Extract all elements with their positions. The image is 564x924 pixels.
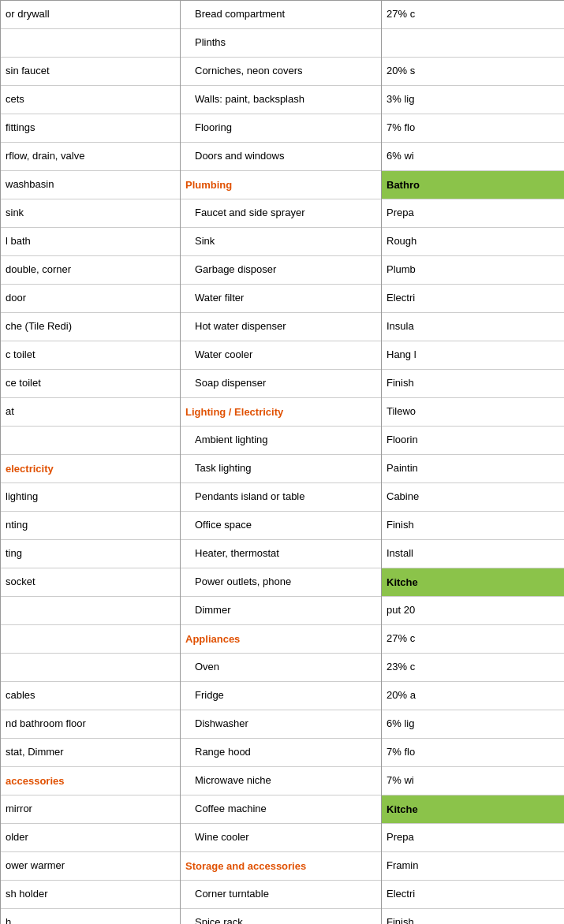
mid-cell-1: Plinths (181, 29, 381, 58)
mid-cell-23: Oven (181, 654, 381, 682)
mid-cell-14: Lighting / Electricity (181, 398, 381, 427)
right-cell-4: 7% flo (382, 114, 564, 143)
right-cell-22: 27% c (382, 625, 564, 654)
left-cell-4: fittings (1, 114, 180, 143)
mid-cell-0: Bread compartment (181, 1, 381, 29)
main-table: or drywallsin faucetcetsfittingsrflow, d… (0, 0, 564, 924)
mid-cell-31: Corner turntable (181, 881, 381, 909)
right-cell-2: 20% s (382, 58, 564, 86)
mid-cell-13: Soap dispenser (181, 370, 381, 398)
left-cell-12: c toilet (1, 341, 180, 370)
right-cell-31: Electri (382, 881, 564, 909)
left-cell-31: sh holder (1, 881, 180, 909)
left-cell-30: ower warmer (1, 852, 180, 881)
left-cell-8: l bath (1, 228, 180, 256)
left-cell-6: washbasin (1, 171, 180, 199)
right-cell-13: Finish (382, 370, 564, 398)
left-cell-1 (1, 29, 180, 58)
right-cell-5: 6% wi (382, 143, 564, 171)
left-cell-3: cets (1, 86, 180, 114)
right-cell-32: Finish (382, 909, 564, 924)
right-cell-21: put 20 (382, 597, 564, 625)
left-cell-27: accessories (1, 767, 180, 795)
right-cell-15: Floorin (382, 427, 564, 455)
mid-cell-29: Wine cooler (181, 824, 381, 852)
left-cell-20: socket (1, 568, 180, 597)
mid-cell-4: Flooring (181, 114, 381, 143)
mid-cell-5: Doors and windows (181, 143, 381, 171)
left-cell-2: sin faucet (1, 58, 180, 86)
mid-cell-2: Corniches, neon covers (181, 58, 381, 86)
right-cell-1 (382, 29, 564, 58)
right-cell-30: Framin (382, 852, 564, 881)
left-cell-14: at (1, 398, 180, 427)
mid-cell-3: Walls: paint, backsplash (181, 86, 381, 114)
right-cell-25: 6% lig (382, 710, 564, 739)
right-cell-7: Prepa (382, 199, 564, 228)
right-cell-10: Electri (382, 285, 564, 313)
right-cell-8: Rough (382, 228, 564, 256)
right-cell-16: Paintin (382, 455, 564, 483)
mid-cell-6: Plumbing (181, 171, 381, 199)
mid-cell-18: Office space (181, 512, 381, 540)
mid-cell-22: Appliances (181, 625, 381, 654)
mid-cell-21: Dimmer (181, 597, 381, 625)
right-cell-18: Finish (382, 512, 564, 540)
left-cell-17: lighting (1, 483, 180, 512)
left-cell-9: double, corner (1, 256, 180, 285)
left-cell-16: electricity (1, 455, 180, 483)
left-cell-28: mirror (1, 795, 180, 824)
mid-cell-25: Dishwasher (181, 710, 381, 739)
right-cell-6: Bathro (382, 171, 564, 199)
left-cell-23 (1, 654, 180, 682)
left-cell-10: door (1, 285, 180, 313)
left-cell-22 (1, 625, 180, 654)
right-column: 27% c20% s3% lig7% flo6% wiBathroPrepaRo… (382, 1, 564, 924)
left-cell-25: nd bathroom floor (1, 710, 180, 739)
mid-cell-7: Faucet and side sprayer (181, 199, 381, 228)
mid-cell-28: Coffee machine (181, 795, 381, 824)
left-cell-29: older (1, 824, 180, 852)
right-cell-27: 7% wi (382, 767, 564, 795)
left-cell-19: ting (1, 540, 180, 568)
mid-cell-12: Water cooler (181, 341, 381, 370)
right-cell-0: 27% c (382, 1, 564, 29)
left-cell-11: che (Tile Redi) (1, 313, 180, 341)
left-cell-18: nting (1, 512, 180, 540)
right-cell-14: Tilewo (382, 398, 564, 427)
right-cell-3: 3% lig (382, 86, 564, 114)
left-column: or drywallsin faucetcetsfittingsrflow, d… (1, 1, 181, 924)
right-cell-24: 20% a (382, 682, 564, 710)
right-cell-12: Hang l (382, 341, 564, 370)
left-cell-0: or drywall (1, 1, 180, 29)
right-cell-26: 7% flo (382, 739, 564, 767)
left-cell-32: h (1, 909, 180, 924)
left-cell-26: stat, Dimmer (1, 739, 180, 767)
left-cell-13: ce toilet (1, 370, 180, 398)
left-cell-7: sink (1, 199, 180, 228)
mid-cell-24: Fridge (181, 682, 381, 710)
mid-cell-20: Power outlets, phone (181, 568, 381, 597)
right-cell-28: Kitche (382, 795, 564, 824)
right-cell-17: Cabine (382, 483, 564, 512)
mid-cell-26: Range hood (181, 739, 381, 767)
mid-cell-11: Hot water dispenser (181, 313, 381, 341)
mid-cell-9: Garbage disposer (181, 256, 381, 285)
mid-cell-15: Ambient lighting (181, 427, 381, 455)
mid-cell-17: Pendants island or table (181, 483, 381, 512)
mid-cell-19: Heater, thermostat (181, 540, 381, 568)
left-cell-21 (1, 597, 180, 625)
mid-cell-27: Microwave niche (181, 767, 381, 795)
mid-cell-10: Water filter (181, 285, 381, 313)
mid-cell-30: Storage and accessories (181, 852, 381, 881)
left-cell-24: cables (1, 682, 180, 710)
right-cell-11: Insula (382, 313, 564, 341)
right-cell-23: 23% c (382, 654, 564, 682)
mid-cell-8: Sink (181, 228, 381, 256)
left-cell-5: rflow, drain, valve (1, 143, 180, 171)
right-cell-9: Plumb (382, 256, 564, 285)
mid-cell-32: Spice rack (181, 909, 381, 924)
left-cell-15 (1, 427, 180, 455)
right-cell-20: Kitche (382, 568, 564, 597)
mid-cell-16: Task lighting (181, 455, 381, 483)
